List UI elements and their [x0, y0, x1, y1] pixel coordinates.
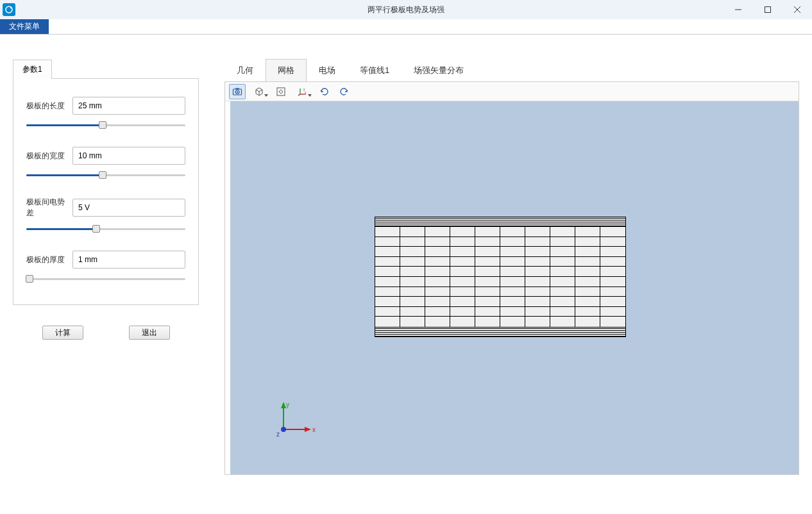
window-controls — [723, 0, 812, 19]
input-plate-width[interactable] — [72, 147, 185, 165]
menu-bar: 文件菜单 — [0, 19, 812, 35]
svg-rect-9 — [235, 88, 239, 89]
viewer-frame: yx y — [224, 81, 799, 475]
tab-mesh[interactable]: 网格 — [266, 59, 307, 81]
svg-line-13 — [298, 94, 300, 95]
svg-point-1 — [10, 7, 12, 8]
exit-button[interactable]: 退出 — [129, 326, 170, 340]
tab-geometry[interactable]: 几何 — [224, 59, 266, 81]
triad-y-label: y — [286, 401, 289, 408]
params-box: 极板的长度 极板的宽度 — [13, 78, 199, 305]
label-plate-thickness: 极板的厚度 — [26, 254, 69, 265]
mesh-visualization — [375, 217, 626, 337]
svg-point-8 — [237, 91, 239, 93]
field-plate-width: 极板的宽度 — [26, 147, 185, 180]
field-plate-length: 极板的长度 — [26, 97, 185, 130]
gap-mesh-grid — [375, 227, 626, 327]
maximize-button[interactable] — [753, 0, 782, 19]
main-area: 参数1 极板的长度 极板的宽度 — [0, 35, 812, 488]
input-plate-thickness[interactable] — [72, 251, 185, 269]
action-row: 计算 退出 — [13, 326, 199, 340]
axis-triad-icon: y x z — [274, 401, 319, 439]
compute-button[interactable]: 计算 — [42, 326, 83, 340]
canvas-3d[interactable]: y x z — [230, 101, 799, 474]
title-bar: 两平行极板电势及场强 — [0, 0, 812, 19]
label-potential-diff: 极板间电势差 — [26, 197, 69, 219]
triad-z-label: z — [276, 431, 280, 438]
params-tab[interactable]: 参数1 — [13, 60, 52, 79]
tab-contour[interactable]: 等值线1 — [348, 59, 402, 81]
label-plate-length: 极板的长度 — [26, 101, 69, 112]
svg-point-20 — [281, 427, 286, 432]
file-menu[interactable]: 文件菜单 — [0, 19, 49, 34]
zoom-extents-icon[interactable] — [273, 84, 289, 99]
snapshot-icon[interactable] — [229, 84, 246, 99]
svg-text:x: x — [305, 90, 307, 94]
slider-plate-length[interactable] — [26, 121, 185, 130]
viewer-panel: 几何 网格 电场 等值线1 场强矢量分布 yx — [224, 59, 799, 475]
tab-vector[interactable]: 场强矢量分布 — [402, 59, 476, 81]
parameters-panel: 参数1 极板的长度 极板的宽度 — [13, 59, 199, 475]
viewer-tabs: 几何 网格 电场 等值线1 场强矢量分布 — [224, 59, 799, 81]
rotate-ccw-icon[interactable] — [335, 84, 352, 99]
field-plate-thickness: 极板的厚度 — [26, 251, 185, 284]
slider-plate-width[interactable] — [26, 171, 185, 180]
svg-rect-3 — [765, 7, 771, 13]
slider-potential-diff[interactable] — [26, 225, 185, 234]
input-plate-length[interactable] — [72, 97, 185, 115]
input-potential-diff[interactable] — [72, 199, 185, 217]
axis-orient-icon[interactable]: yx — [292, 84, 314, 99]
close-button[interactable] — [782, 0, 812, 19]
viewer-toolbar: yx — [225, 82, 799, 101]
label-plate-width: 极板的宽度 — [26, 151, 69, 162]
triad-x-label: x — [312, 426, 316, 433]
svg-marker-19 — [305, 427, 311, 432]
view-cube-icon[interactable] — [248, 84, 270, 99]
bottom-plate-mesh — [375, 327, 626, 337]
svg-marker-17 — [281, 402, 286, 408]
app-icon — [3, 3, 15, 16]
rotate-cw-icon[interactable] — [316, 84, 333, 99]
field-potential-diff: 极板间电势差 — [26, 197, 185, 234]
window-title: 两平行极板电势及场强 — [368, 4, 444, 15]
slider-plate-thickness[interactable] — [26, 275, 185, 284]
tab-efield[interactable]: 电场 — [307, 59, 348, 81]
top-plate-mesh — [375, 217, 626, 227]
svg-rect-10 — [277, 88, 285, 95]
minimize-button[interactable] — [723, 0, 753, 19]
